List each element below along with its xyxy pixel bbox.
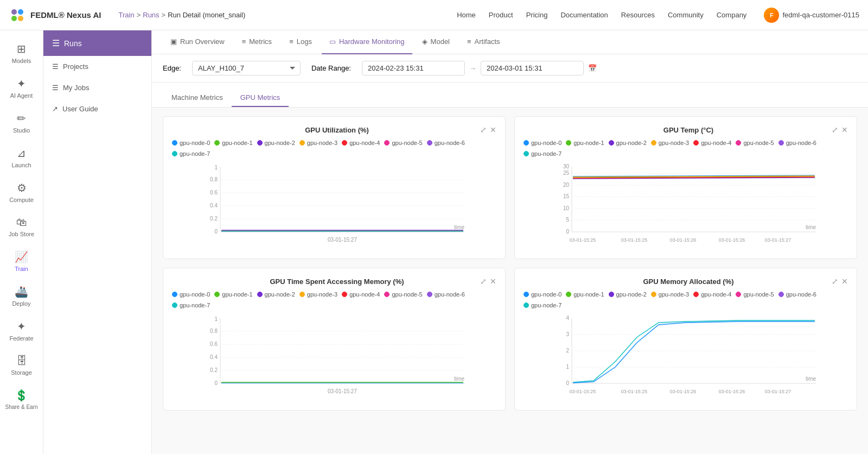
chart-gpu-memory-allocated: GPU Memory Allocated (%) ⤢ ✕ gpu-node-0 … — [514, 268, 857, 411]
tab-label-hardware-monitoring: Hardware Monitoring — [339, 37, 405, 46]
sub-tabs-container: Machine Metrics GPU Metrics — [152, 83, 868, 108]
tab-label-metrics: Metrics — [249, 37, 272, 46]
legend-item-node7: gpu-node-7 — [172, 150, 210, 157]
tabs-bar: ▣ Run Overview ≡ Metrics ≡ Logs ▭ Hardwa… — [152, 30, 868, 54]
my-jobs-menu-icon: ☰ — [52, 84, 59, 92]
svg-point-1 — [18, 9, 23, 15]
svg-text:03-01-15:25: 03-01-15:25 — [570, 389, 596, 394]
sidebar-label-ai-agent: AI Agent — [10, 92, 33, 99]
chart-header-memory-access: GPU Time Spent Accessing Memory (%) ⤢ ✕ — [172, 277, 496, 286]
runs-header[interactable]: ☰ Runs — [43, 30, 151, 56]
nav-home[interactable]: Home — [457, 11, 476, 19]
sidebar-item-storage[interactable]: 🗄 Storage — [0, 349, 43, 381]
breadcrumb-train[interactable]: Train — [119, 11, 135, 19]
svg-text:0.8: 0.8 — [210, 176, 218, 182]
svg-text:time: time — [454, 224, 464, 230]
hamburger-icon: ☰ — [52, 38, 60, 48]
svg-text:03-01-15:26: 03-01-15:26 — [670, 389, 697, 394]
chart-actions-utilization: ⤢ ✕ — [480, 125, 496, 134]
sub-tabs: Machine Metrics GPU Metrics — [152, 83, 868, 107]
close-btn-utilization[interactable]: ✕ — [490, 125, 496, 134]
storage-icon: 🗄 — [16, 355, 27, 367]
legend-item-node6: gpu-node-6 — [427, 140, 465, 146]
nav-community[interactable]: Community — [668, 11, 704, 19]
expand-btn-utilization[interactable]: ⤢ — [480, 125, 487, 134]
expand-btn-temp[interactable]: ⤢ — [832, 125, 838, 134]
calendar-icon[interactable]: 📅 — [588, 64, 597, 72]
svg-point-2 — [11, 16, 17, 21]
tab-logs[interactable]: ≡ Logs — [282, 30, 320, 54]
sidebar-label-studio: Studio — [13, 127, 30, 134]
tab-metrics[interactable]: ≡ Metrics — [234, 30, 279, 54]
expand-btn-memory-access[interactable]: ⤢ — [480, 277, 487, 286]
close-btn-memory-allocated[interactable]: ✕ — [841, 277, 848, 286]
nav-resources[interactable]: Resources — [621, 11, 655, 19]
chart-title-memory-access: GPU Time Spent Accessing Memory (%) — [194, 278, 480, 286]
svg-text:03-01-15:26: 03-01-15:26 — [719, 389, 745, 394]
legend-dot-ma-node4 — [342, 292, 347, 297]
sub-tab-machine-metrics[interactable]: Machine Metrics — [163, 89, 232, 107]
tab-hardware-monitoring[interactable]: ▭ Hardware Monitoring — [322, 30, 412, 54]
chart-gpu-memory-access: GPU Time Spent Accessing Memory (%) ⤢ ✕ … — [163, 268, 506, 411]
legend-dot-ma-node6 — [427, 292, 432, 297]
edge-select[interactable]: ALAY_H100_7 — [192, 61, 301, 75]
svg-text:03-01-15:27: 03-01-15:27 — [765, 237, 792, 243]
studio-icon: ✏ — [17, 112, 26, 125]
top-nav-links: Home Product Pricing Documentation Resou… — [457, 8, 859, 23]
legend-dot-ma-node3 — [299, 292, 305, 297]
sidebar-label-deploy: Deploy — [12, 300, 30, 307]
legend-dot-temp-node2 — [609, 140, 614, 146]
user-badge[interactable]: F fedml-qa-customer-0115 — [764, 8, 859, 23]
breadcrumb-runs[interactable]: Runs — [143, 11, 159, 19]
nav-documentation[interactable]: Documentation — [560, 11, 608, 19]
sidebar-item-studio[interactable]: ✏ Studio — [0, 106, 43, 139]
svg-text:0.6: 0.6 — [210, 190, 218, 196]
sidebar-item-ai-agent[interactable]: ✦ AI Agent — [0, 72, 43, 104]
svg-text:03-01-15:25: 03-01-15:25 — [621, 237, 648, 243]
nav-company[interactable]: Company — [717, 11, 747, 19]
runs-menu-projects[interactable]: ☰ Projects — [43, 56, 151, 77]
sub-tab-gpu-metrics[interactable]: GPU Metrics — [232, 89, 289, 107]
svg-text:03-01-15:27: 03-01-15:27 — [328, 237, 357, 243]
legend-memory-allocated: gpu-node-0 gpu-node-1 gpu-node-2 gpu-nod… — [524, 291, 848, 308]
metrics-icon: ≡ — [242, 37, 246, 46]
tab-model[interactable]: ◈ Model — [414, 30, 457, 54]
tab-run-overview[interactable]: ▣ Run Overview — [163, 30, 232, 54]
sidebar-item-federate[interactable]: ✦ Federate — [0, 314, 43, 347]
sidebar-item-share-earn[interactable]: 💲 Share & Earn — [0, 383, 43, 415]
sidebar-item-models[interactable]: ⊞ Models — [0, 37, 43, 70]
user-guide-menu-icon: ↗ — [52, 105, 58, 113]
svg-text:0.2: 0.2 — [210, 216, 218, 222]
legend-dot-temp-node3 — [651, 140, 656, 146]
sidebar-item-job-store[interactable]: 🛍 Job Store — [0, 211, 43, 243]
main-layout: ⊞ Models ✦ AI Agent ✏ Studio ⊿ Launch ⚙ … — [0, 30, 868, 454]
chart-title-memory-allocated: GPU Memory Allocated (%) — [545, 278, 832, 286]
nav-pricing[interactable]: Pricing — [526, 11, 548, 19]
sidebar-item-compute[interactable]: ⚙ Compute — [0, 176, 43, 209]
sidebar-item-launch[interactable]: ⊿ Launch — [0, 141, 43, 174]
sidebar-label-train: Train — [15, 266, 28, 272]
legend-dot-ma-node0 — [172, 292, 177, 297]
sidebar-label-storage: Storage — [11, 369, 32, 376]
close-btn-memory-access[interactable]: ✕ — [490, 277, 496, 286]
tab-artifacts[interactable]: ≡ Artifacts — [459, 30, 508, 54]
nav-product[interactable]: Product — [489, 11, 513, 19]
sidebar-item-train[interactable]: 📈 Train — [0, 245, 43, 278]
runs-menu-my-jobs[interactable]: ☰ My Jobs — [43, 77, 151, 98]
expand-btn-memory-allocated[interactable]: ⤢ — [832, 277, 838, 286]
svg-text:30: 30 — [563, 163, 570, 169]
close-btn-temp[interactable]: ✕ — [841, 125, 848, 134]
svg-text:25: 25 — [563, 170, 570, 176]
legend-memory-access: gpu-node-0 gpu-node-1 gpu-node-2 gpu-nod… — [172, 291, 496, 308]
deploy-icon: 🚢 — [15, 285, 28, 298]
runs-menu-user-guide[interactable]: ↗ User Guide — [43, 98, 151, 119]
legend-dot-node2 — [257, 140, 263, 146]
sidebar-item-deploy[interactable]: 🚢 Deploy — [0, 280, 43, 312]
chart-actions-memory-access: ⤢ ✕ — [480, 277, 496, 286]
federate-icon: ✦ — [17, 320, 26, 333]
date-from-input[interactable] — [362, 61, 465, 75]
date-to-input[interactable] — [481, 61, 584, 75]
svg-text:10: 10 — [563, 205, 570, 211]
legend-dot-temp-node6 — [778, 140, 784, 146]
job-store-icon: 🛍 — [16, 216, 27, 229]
